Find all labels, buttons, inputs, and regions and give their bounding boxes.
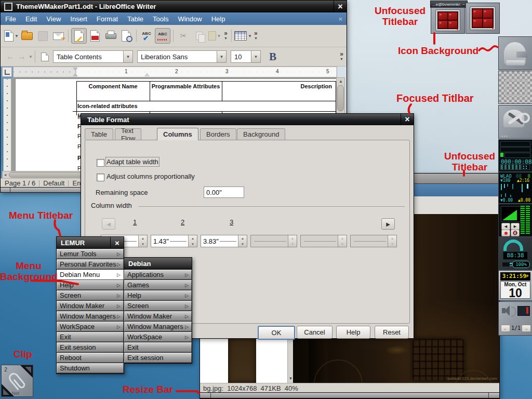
lemur-item-personal-favorites[interactable]: Personal Favorites▷ xyxy=(57,259,124,270)
lemur-item-lemur-tools[interactable]: Lemur Tools▷ xyxy=(57,249,124,259)
mixer-next-button[interactable]: ▶ xyxy=(511,223,520,230)
dock-terminal-slot-icon[interactable]: >_ xyxy=(498,71,532,104)
lemur-item-exit[interactable]: Exit xyxy=(57,332,124,342)
bold-button[interactable]: B xyxy=(269,50,276,63)
lemur-item-window-maker[interactable]: Window Maker▷ xyxy=(57,301,124,311)
auto-spellcheck-icon[interactable]: ABC xyxy=(155,28,170,44)
cancel-button[interactable]: Cancel xyxy=(297,326,332,339)
ok-button[interactable]: OK xyxy=(258,326,295,340)
spin-value[interactable]: 3.83" xyxy=(201,235,238,247)
miniwindow-terminal-icon[interactable] xyxy=(466,3,500,34)
writer-close-button[interactable]: × xyxy=(334,1,347,12)
insert-table-icon[interactable]: ▼ xyxy=(234,29,252,43)
menu-file[interactable]: File xyxy=(1,15,21,23)
combo-dropdown-icon[interactable]: ▼ xyxy=(251,51,260,62)
spellcheck-icon[interactable]: ABC✔ xyxy=(139,29,154,43)
edit-file-icon[interactable] xyxy=(71,28,87,44)
mixer-mute-button[interactable]: 🔇 xyxy=(511,230,520,236)
font-name-combo[interactable]: Liberation Sans ▼ xyxy=(137,50,227,63)
spin-down-icon[interactable]: ▼ xyxy=(238,241,247,247)
dock-speaker-pager-dockapp[interactable]: ← 1/1 → xyxy=(498,301,532,336)
tab-borders[interactable]: Borders xyxy=(200,128,236,140)
dock-radio-dockapp[interactable]: WLAO 88 8 ▼180 ▲2:16 ▼0.00 ▲0.00 xyxy=(498,172,532,204)
menu-insert[interactable]: Insert xyxy=(65,15,92,23)
lemur-menu-titlebar[interactable]: LEMUR × xyxy=(57,237,124,249)
paragraph-style-combo[interactable]: Table Contents ▼ xyxy=(53,50,133,63)
debian-item-applications[interactable]: Applications▷ xyxy=(124,270,192,280)
columns-scroll-left-button[interactable]: ◀ xyxy=(102,218,115,230)
indent-marker-top[interactable] xyxy=(73,68,78,71)
dock-mixer-dockapp[interactable]: ◀ ▶ 🔇 xyxy=(498,204,532,237)
status-page-style[interactable]: Default xyxy=(43,179,64,187)
print-preview-icon[interactable] xyxy=(119,29,134,43)
lemur-item-workspace[interactable]: WorkSpace▷ xyxy=(57,322,124,332)
print-icon[interactable] xyxy=(103,29,118,43)
email-icon[interactable]: ➜ xyxy=(51,29,65,43)
spin-value[interactable]: 1.43" xyxy=(151,235,188,247)
adapt-table-width-label[interactable]: Adapt table width xyxy=(107,158,158,166)
debian-item-screen[interactable]: Screen▷ xyxy=(124,301,192,311)
dialog-close-button[interactable]: × xyxy=(401,114,414,125)
dialog-focused-titlebar[interactable]: Table Format × xyxy=(81,114,414,125)
tab-background[interactable]: Background xyxy=(237,128,285,140)
workspace-clip[interactable]: 2 Net xyxy=(1,365,33,397)
debian-item-window-maker[interactable]: Window Maker▷ xyxy=(124,311,192,322)
debian-menu-titlebar[interactable]: Debian xyxy=(124,258,192,270)
mixer-volume-wedge[interactable] xyxy=(501,206,521,222)
column-2-width-spinbox[interactable]: 1.43" ▲▼ xyxy=(151,235,197,247)
spin-down-icon[interactable]: ▼ xyxy=(139,241,147,247)
adjust-columns-checkbox[interactable] xyxy=(97,174,104,181)
spin-up-icon[interactable]: ▲ xyxy=(238,235,247,241)
tab-table[interactable]: Table xyxy=(85,128,113,140)
export-pdf-icon[interactable] xyxy=(88,29,102,43)
toolbar-overflow-button[interactable]: »▼ xyxy=(340,52,343,61)
ruler-corner-button[interactable] xyxy=(2,67,12,77)
toolbar-overflow-button[interactable]: »▼ xyxy=(224,31,228,41)
debian-item-workspace[interactable]: WorkSpace▷ xyxy=(124,332,192,342)
horizontal-ruler[interactable]: 1 2 3 4 5 xyxy=(13,66,337,77)
lemur-item-window-managers[interactable]: Window Managers▷ xyxy=(57,311,124,322)
font-size-combo[interactable]: 10 ▼ xyxy=(231,50,261,63)
menu-edit[interactable]: Edit xyxy=(21,15,42,23)
adjust-columns-label[interactable]: Adjust columns proportionally xyxy=(107,172,195,180)
debian-item-games[interactable]: Games▷ xyxy=(124,280,192,290)
paste-icon[interactable]: ▼ xyxy=(207,29,222,43)
back-icon[interactable]: ← xyxy=(6,52,15,61)
cut-icon[interactable]: ✂ xyxy=(176,29,191,43)
dropdown-icon[interactable]: ▼ xyxy=(15,34,19,38)
mixer-record-button[interactable] xyxy=(501,230,510,236)
spin-up-icon[interactable]: ▲ xyxy=(139,235,147,241)
timer-grid-button[interactable] xyxy=(522,164,530,170)
workspace-prev-button[interactable]: ← xyxy=(501,325,510,332)
lemur-item-help[interactable]: Help▷ xyxy=(57,280,124,290)
workspace-next-button[interactable]: → xyxy=(522,325,531,332)
help-button[interactable]: Help xyxy=(336,326,370,339)
lemur-item-shutdown[interactable]: Shutdown xyxy=(57,363,124,374)
new-document-icon[interactable]: ▼ xyxy=(4,29,19,43)
spin-up-icon[interactable]: ▲ xyxy=(189,235,197,241)
open-icon[interactable] xyxy=(20,29,34,43)
save-icon[interactable] xyxy=(35,29,50,43)
debian-item-window-managers[interactable]: Window Managers▷ xyxy=(124,322,192,332)
adapt-table-width-checkbox[interactable] xyxy=(97,159,104,167)
indent-marker-right[interactable] xyxy=(144,73,150,76)
mixer-prev-button[interactable]: ◀ xyxy=(501,223,510,230)
lemur-item-screen[interactable]: Screen▷ xyxy=(57,290,124,301)
dropdown-icon[interactable]: ▼ xyxy=(248,34,252,38)
menu-help[interactable]: Help xyxy=(207,15,230,23)
debian-item-exit-session[interactable]: Exit session xyxy=(124,353,192,363)
reset-button[interactable]: Reset xyxy=(375,326,409,339)
columns-scroll-right-button[interactable]: ▶ xyxy=(381,218,395,230)
scroll-left-icon[interactable]: ◂ xyxy=(4,172,6,177)
remaining-space-field[interactable]: 0.00" xyxy=(204,187,244,198)
document-close-icon[interactable]: × xyxy=(338,15,342,23)
debian-item-help[interactable]: Help▷ xyxy=(124,290,192,301)
menu-format[interactable]: Format xyxy=(92,15,123,23)
lemur-item-reboot[interactable]: Reboot xyxy=(57,353,124,363)
dock-gnustep-icon[interactable] xyxy=(498,36,532,70)
combo-dropdown-icon[interactable]: ▼ xyxy=(123,51,132,62)
apply-style-icon[interactable] xyxy=(38,49,52,64)
lemur-item-debian-menu[interactable]: Debian Menu▷ xyxy=(57,270,124,280)
lemur-menu-close-icon[interactable]: × xyxy=(110,237,124,248)
combo-dropdown-icon[interactable]: ▼ xyxy=(217,51,226,62)
